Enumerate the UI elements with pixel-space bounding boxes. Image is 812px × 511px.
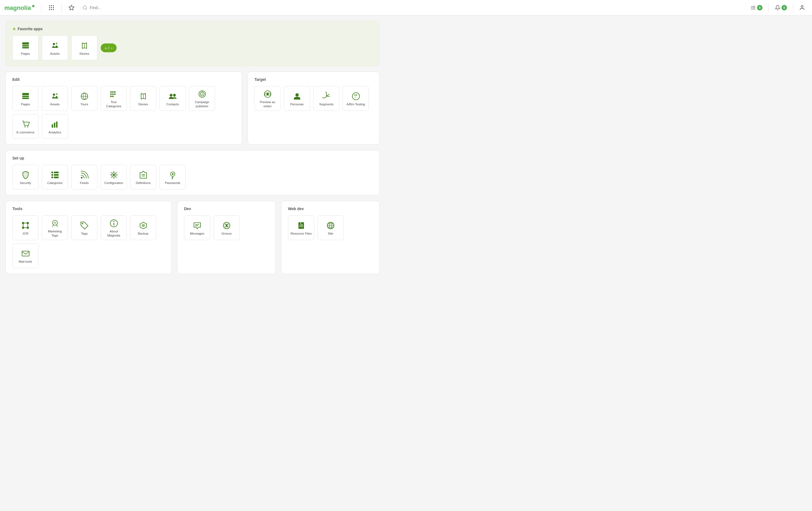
- edit-app-contacts[interactable]: Contacts: [160, 86, 186, 111]
- svg-point-10: [53, 9, 54, 10]
- pages-icon: [21, 41, 30, 50]
- personas-icon: [293, 92, 301, 101]
- assets-icon: [51, 41, 59, 50]
- svg-point-8: [49, 9, 50, 10]
- target-app-personas[interactable]: Personas: [284, 86, 310, 111]
- svg-point-28: [56, 93, 57, 95]
- mail-tools-icon: [21, 249, 30, 258]
- svg-point-64: [113, 174, 115, 176]
- edit-target-row: Edit Pages: [5, 71, 380, 145]
- svg-point-52: [266, 93, 269, 95]
- edit-app-tours[interactable]: Tours: [71, 86, 97, 111]
- svg-marker-11: [69, 5, 74, 10]
- svg-point-70: [172, 173, 174, 175]
- svg-rect-49: [54, 123, 55, 128]
- setup-app-passwords[interactable]: Passwords: [160, 165, 186, 189]
- tools-app-marketing-tags[interactable]: Marketing Tags: [42, 215, 68, 240]
- svg-point-46: [25, 126, 26, 127]
- tools-app-tags[interactable]: Tags: [71, 215, 97, 240]
- svg-point-17: [801, 5, 803, 7]
- add-remove-button[interactable]: + / −: [101, 43, 117, 52]
- abn-testing-icon: A/B /n: [351, 92, 360, 101]
- svg-marker-89: [142, 224, 145, 227]
- target-apps-grid: Preview as visitor Personas: [255, 86, 373, 111]
- svg-point-22: [56, 42, 57, 44]
- stories-icon-fav: [80, 41, 89, 50]
- favorite-app-pages[interactable]: Pages: [12, 35, 38, 60]
- header: magnolia: [0, 0, 812, 16]
- target-app-segments[interactable]: Segments: [313, 86, 340, 111]
- svg-rect-37: [110, 96, 112, 97]
- svg-rect-58: [52, 174, 53, 176]
- categories-icon: [51, 171, 59, 179]
- tools-app-backup[interactable]: Backup: [130, 215, 156, 240]
- dev-panel: Dev Messages: [177, 201, 276, 274]
- tools-panel: Tools JCR: [5, 201, 172, 274]
- setup-app-configuration[interactable]: Configuration: [101, 165, 127, 189]
- edit-app-pages[interactable]: Pages: [12, 86, 38, 111]
- edit-app-ecommerce[interactable]: E-commerce: [12, 114, 38, 139]
- header-divider-1: [41, 3, 41, 13]
- tools-app-mail-tools[interactable]: Mail tools: [12, 243, 38, 268]
- logo-svg: magnolia: [4, 3, 35, 12]
- favorite-app-assets[interactable]: Assets: [42, 35, 68, 60]
- edit-app-stories[interactable]: Stories: [130, 86, 156, 111]
- favorite-apps-section: ★ Favorite apps Pages Assets: [5, 21, 380, 66]
- svg-rect-62: [54, 177, 59, 178]
- webdev-app-site[interactable]: Site: [317, 215, 344, 240]
- setup-app-feeds[interactable]: Feeds: [71, 165, 97, 189]
- tasks-count: 0: [757, 5, 762, 10]
- edit-app-assets[interactable]: Assets: [42, 86, 68, 111]
- bottom-row: Tools JCR: [5, 201, 380, 274]
- svg-point-87: [113, 221, 114, 222]
- dev-app-messages[interactable]: Messages: [184, 215, 210, 240]
- svg-point-74: [22, 222, 24, 224]
- grid-menu-button[interactable]: [46, 2, 57, 13]
- svg-point-3: [51, 5, 52, 6]
- edit-app-campaign-publisher[interactable]: Campaign publisher: [189, 86, 215, 111]
- favorite-app-stories[interactable]: Stories: [71, 35, 97, 60]
- svg-rect-26: [22, 98, 29, 99]
- contacts-icon: [168, 92, 177, 101]
- setup-app-categories[interactable]: Categories: [42, 165, 68, 189]
- search-input[interactable]: [90, 5, 742, 10]
- setup-app-security[interactable]: Security: [12, 165, 38, 189]
- tour-categories-icon: [110, 90, 118, 98]
- webdev-app-resource-files[interactable]: Resource Files: [288, 215, 314, 240]
- edit-app-analytics[interactable]: Analytics: [42, 114, 68, 139]
- svg-point-63: [81, 177, 83, 179]
- tools-app-about-magnolia[interactable]: About Magnolia: [101, 215, 127, 240]
- target-app-preview-visitor[interactable]: Preview as visitor: [255, 86, 281, 111]
- target-app-abn-testing[interactable]: A/B /n A/B/n Testing: [343, 86, 369, 111]
- tools-app-jcr[interactable]: JCR: [12, 215, 38, 240]
- logo: magnolia: [4, 3, 35, 12]
- site-icon: [326, 221, 335, 230]
- search-icon: [83, 5, 87, 10]
- svg-point-27: [53, 93, 55, 96]
- svg-rect-61: [54, 174, 59, 176]
- tags-icon: [80, 221, 89, 230]
- svg-rect-19: [22, 45, 29, 47]
- favorites-button[interactable]: [66, 2, 77, 13]
- feeds-icon: [80, 171, 89, 179]
- passwords-icon: [168, 171, 177, 179]
- notifications-button[interactable]: 0: [772, 3, 790, 12]
- edit-app-tour-categories[interactable]: Tour Categories: [101, 86, 127, 111]
- tools-panel-title: Tools: [12, 207, 165, 211]
- user-button[interactable]: [796, 2, 808, 13]
- setup-app-definitions[interactable]: Definitions: [130, 165, 156, 189]
- edit-apps-grid: Pages Assets: [12, 86, 235, 139]
- setup-panel: Set up Security: [5, 150, 380, 195]
- svg-point-84: [82, 223, 83, 224]
- tools-apps-grid: JCR Marketing Tags: [12, 215, 165, 268]
- dev-app-groovy[interactable]: Groovy: [213, 215, 239, 240]
- svg-point-2: [49, 5, 50, 6]
- tasks-icon: [750, 5, 756, 10]
- tasks-button[interactable]: 0: [748, 3, 765, 12]
- svg-text:magnolia: magnolia: [4, 4, 31, 11]
- svg-point-12: [83, 6, 86, 9]
- backup-icon: [139, 221, 148, 230]
- favorite-app-stories-label: Stories: [80, 52, 89, 56]
- svg-point-1: [32, 5, 34, 7]
- svg-rect-35: [112, 93, 114, 95]
